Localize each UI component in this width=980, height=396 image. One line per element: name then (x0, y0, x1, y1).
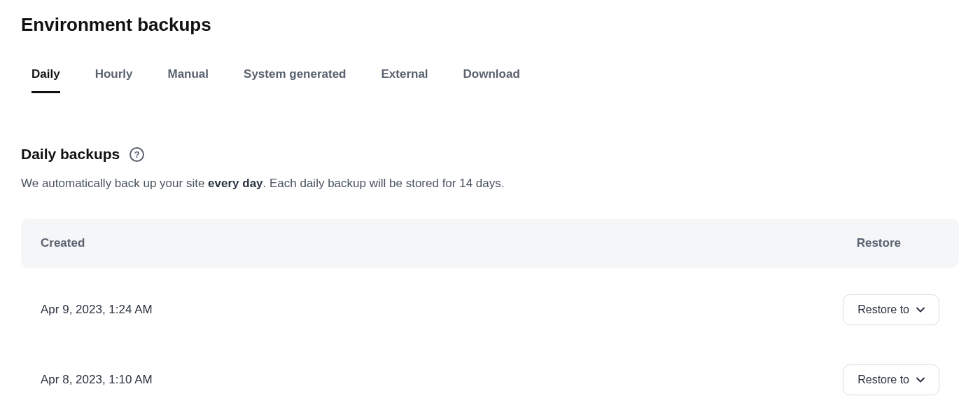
cell-action: Restore to (843, 294, 939, 325)
chevron-down-icon (916, 307, 925, 313)
cell-created: Apr 9, 2023, 1:24 AM (41, 303, 153, 317)
restore-label: Restore to (858, 374, 909, 386)
section-title: Daily backups (21, 146, 120, 163)
column-created: Created (41, 236, 85, 250)
restore-to-button[interactable]: Restore to (843, 294, 939, 325)
tab-external[interactable]: External (382, 67, 428, 93)
restore-to-button[interactable]: Restore to (843, 364, 939, 395)
table-row: Apr 9, 2023, 1:24 AM Restore to (21, 275, 959, 345)
table-row: Apr 8, 2023, 1:10 AM Restore to (21, 345, 959, 396)
description-strong: every day (208, 177, 262, 190)
tab-hourly[interactable]: Hourly (95, 67, 133, 93)
column-restore: Restore (857, 236, 939, 250)
backups-table: Created Restore Apr 9, 2023, 1:24 AM Res… (21, 219, 959, 396)
restore-label: Restore to (858, 303, 909, 316)
tab-download[interactable]: Download (463, 67, 520, 93)
cell-action: Restore to (843, 364, 939, 395)
tab-system-generated[interactable]: System generated (244, 67, 346, 93)
cell-created: Apr 8, 2023, 1:10 AM (41, 373, 153, 387)
section-description: We automatically back up your site every… (21, 177, 959, 191)
help-icon[interactable]: ? (130, 147, 144, 162)
page-title: Environment backups (21, 14, 959, 36)
description-post: . Each daily backup will be stored for 1… (263, 177, 505, 190)
tabs-nav: Daily Hourly Manual System generated Ext… (21, 67, 959, 93)
table-header: Created Restore (21, 219, 959, 268)
description-pre: We automatically back up your site (21, 177, 208, 190)
tab-manual[interactable]: Manual (167, 67, 209, 93)
tab-daily[interactable]: Daily (31, 67, 60, 93)
chevron-down-icon (916, 377, 925, 383)
section-header: Daily backups ? (21, 146, 959, 163)
